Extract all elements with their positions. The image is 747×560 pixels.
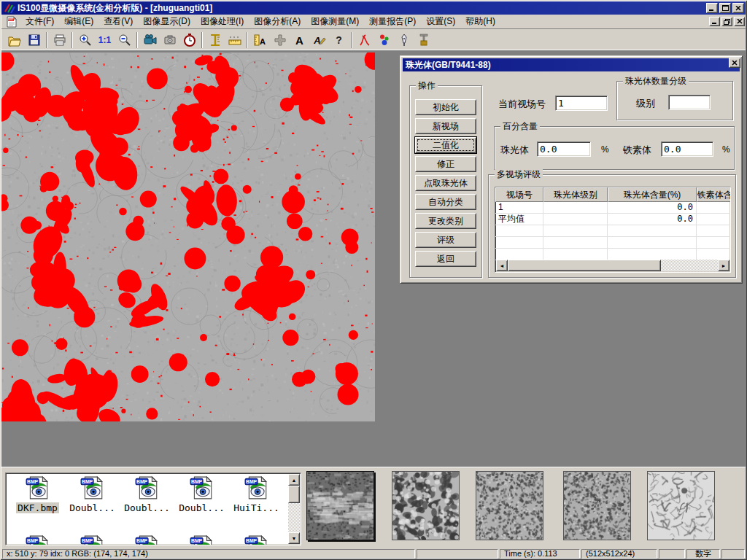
scrollbar-track[interactable] — [288, 486, 300, 532]
correct-button[interactable]: 修正 — [415, 156, 476, 172]
text-button[interactable]: A — [290, 31, 309, 50]
change-class-button[interactable]: 更改类别 — [415, 213, 476, 229]
print-button[interactable] — [50, 31, 69, 50]
scrollbar-thumb[interactable] — [288, 486, 300, 503]
brush-button[interactable] — [414, 31, 433, 50]
table-horizontal-scrollbar[interactable]: ◄ ► — [496, 260, 729, 271]
dialog-title: 珠光体(GB/T9441-88) — [406, 59, 491, 71]
minimize-button[interactable] — [706, 3, 718, 13]
metallograph-image[interactable] — [1, 52, 375, 421]
timer-button[interactable] — [179, 31, 199, 50]
file-item[interactable] — [229, 534, 284, 545]
col-ferrite-content[interactable]: 铁素体含量(%) — [697, 187, 731, 202]
table-row[interactable]: 1 0.0 — [495, 202, 730, 214]
file-name[interactable]: Doubl... — [177, 502, 226, 513]
mdi-close-button[interactable] — [734, 17, 745, 26]
file-item[interactable] — [65, 534, 120, 545]
rate-button[interactable]: 评级 — [415, 232, 476, 248]
thumbnail-4[interactable] — [563, 471, 631, 540]
help-button[interactable]: ? — [329, 31, 349, 50]
current-view-input[interactable]: 1 — [555, 96, 608, 111]
binarize-button[interactable]: 二值化 — [415, 137, 476, 153]
scroll-down-button[interactable]: ▼ — [288, 532, 300, 544]
thumbnail-5[interactable] — [647, 471, 715, 540]
menu-image-analysis[interactable]: 图像分析(A) — [249, 14, 306, 29]
file-name[interactable]: HuiTi... — [232, 502, 281, 513]
dialog-close-button[interactable] — [729, 58, 740, 68]
file-list-scrollbar[interactable]: ▲ ▼ — [288, 474, 300, 544]
file-item[interactable]: DKF.bmp — [10, 475, 65, 513]
mdi-restore-button[interactable] — [721, 17, 732, 26]
file-name-selected[interactable]: DKF.bmp — [16, 502, 59, 513]
menu-image-process[interactable]: 图像处理(I) — [196, 14, 249, 29]
scroll-up-button[interactable]: ▲ — [288, 474, 300, 486]
col-pearlite-grade[interactable]: 珠光体级别 — [543, 187, 608, 202]
zoom-in-button[interactable] — [75, 31, 95, 50]
ruler-button[interactable] — [225, 31, 244, 50]
file-item[interactable] — [174, 534, 229, 545]
thumbnail-3[interactable] — [476, 471, 543, 540]
pick-pearlite-button[interactable]: 点取珠光体 — [415, 175, 476, 191]
menu-image-display[interactable]: 图像显示(D) — [138, 14, 196, 29]
auto-classify-button[interactable]: 自动分类 — [415, 194, 476, 210]
file-item[interactable]: Doubl... — [174, 475, 229, 513]
file-item[interactable]: Doubl... — [65, 475, 120, 513]
save-button[interactable] — [24, 31, 44, 50]
bmp-file-icon — [190, 534, 214, 545]
caliper-button[interactable] — [205, 31, 225, 50]
stitch-button[interactable] — [270, 31, 290, 50]
video-capture-button[interactable] — [140, 31, 160, 50]
file-item[interactable]: Doubl... — [120, 475, 174, 513]
col-field-number[interactable]: 视场号 — [495, 187, 543, 202]
menu-file[interactable]: 文件(F) — [20, 14, 59, 29]
menu-view[interactable]: 查看(V) — [98, 14, 138, 29]
maximize-button[interactable] — [719, 3, 731, 13]
rating-table[interactable]: 视场号 珠光体级别 珠光体含量(%) 铁素体含量(%) 1 0.0 平均值 0.… — [495, 187, 731, 273]
pearlite-percent-input[interactable]: 0.0 — [537, 141, 591, 157]
init-button[interactable]: 初始化 — [415, 99, 476, 115]
grain-curve-button[interactable] — [355, 31, 374, 50]
current-view-label: 当前视场号 — [498, 98, 546, 109]
thumbnail-2[interactable] — [392, 471, 460, 540]
ferrite-percent-input[interactable]: 0.0 — [661, 141, 713, 157]
scroll-left-button[interactable]: ◄ — [496, 260, 508, 271]
camera-button[interactable] — [160, 31, 179, 50]
help-icon: ? — [336, 34, 342, 46]
document-icon[interactable]: DOC — [6, 16, 18, 28]
grade-input[interactable] — [668, 95, 711, 110]
open-button[interactable] — [4, 31, 24, 50]
multi-field-group: 多视场评级 视场号 珠光体级别 珠光体含量(%) 铁素体含量(%) 1 0.0 … — [488, 174, 736, 278]
table-row[interactable]: 平均值 0.0 — [495, 214, 730, 225]
cell-pearlite: 0.0 — [608, 214, 697, 225]
col-pearlite-content[interactable]: 珠光体含量(%) — [608, 187, 697, 202]
menu-image-measure[interactable]: 图像测量(M) — [306, 14, 364, 29]
return-button[interactable]: 返回 — [415, 251, 476, 267]
file-list[interactable]: DKF.bmp Doubl... Doubl... Doubl... HuiTi… — [5, 472, 301, 545]
file-name[interactable]: Doubl... — [123, 502, 171, 513]
file-item[interactable] — [120, 534, 174, 545]
table-row-empty — [495, 237, 730, 249]
dialog-title-bar[interactable]: 珠光体(GB/T9441-88) — [403, 58, 740, 71]
menu-edit[interactable]: 编辑(E) — [59, 14, 98, 29]
cell-grade — [543, 202, 608, 213]
scroll-right-button[interactable]: ► — [718, 260, 729, 271]
file-item[interactable] — [10, 534, 65, 545]
new-field-button[interactable]: 新视场 — [415, 118, 476, 134]
menu-report[interactable]: 测量报告(P) — [364, 14, 421, 29]
scrollbar-track[interactable] — [508, 260, 718, 271]
thumbnail-1[interactable] — [306, 471, 374, 540]
measure-text-button[interactable]: A — [250, 31, 270, 50]
actual-size-button[interactable]: 1:1 — [95, 31, 115, 50]
zoom-out-button[interactable] — [115, 31, 134, 50]
point-probe-button[interactable] — [394, 31, 414, 50]
menu-help[interactable]: 帮助(H) — [460, 14, 500, 29]
menu-settings[interactable]: 设置(S) — [421, 14, 460, 29]
file-item[interactable]: HuiTi... — [229, 475, 284, 513]
close-button[interactable] — [732, 3, 744, 13]
file-name[interactable]: Doubl... — [68, 502, 117, 513]
mdi-minimize-button[interactable] — [709, 17, 720, 26]
scrollbar-thumb[interactable] — [508, 260, 661, 271]
status-time: Time (s): 0.113 — [500, 549, 580, 559]
annotate-button[interactable]: A — [309, 31, 329, 50]
phase-dots-button[interactable] — [374, 31, 394, 50]
